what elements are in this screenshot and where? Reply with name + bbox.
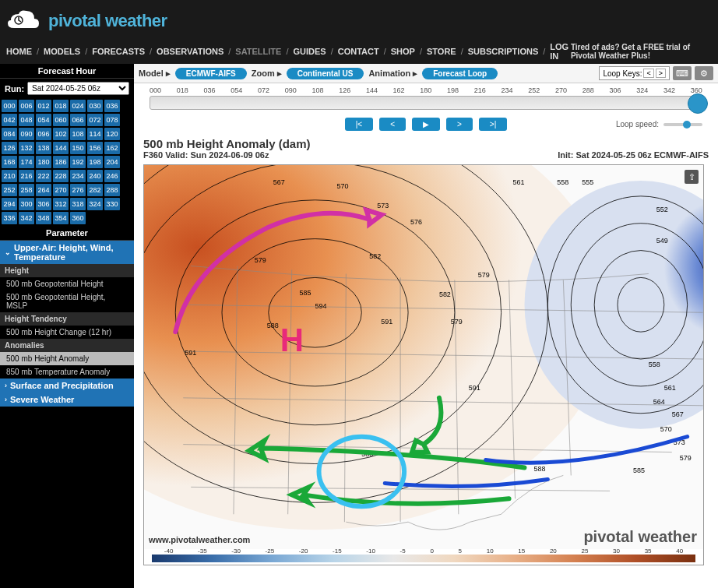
hour-120[interactable]: 120 [104,128,120,140]
hour-354[interactable]: 354 [53,212,69,224]
hour-360[interactable]: 360 [70,212,86,224]
hour-072[interactable]: 072 [87,114,103,126]
nav-satellite[interactable]: SATELLITE [235,47,281,56]
loop-key-prev[interactable]: < [643,69,653,78]
play-prev[interactable]: < [379,118,406,131]
speed-thumb[interactable] [683,121,691,129]
hour-108[interactable]: 108 [70,128,86,140]
loop-key-next[interactable]: > [656,69,666,78]
hour-204[interactable]: 204 [104,156,120,168]
hour-126[interactable]: 126 [2,142,17,154]
hour-102[interactable]: 102 [53,128,69,140]
run-select[interactable]: Sat 2024-05-25 06z [27,82,129,95]
hour-330[interactable]: 330 [104,198,120,210]
hour-084[interactable]: 084 [2,128,17,140]
hour-210[interactable]: 210 [2,170,17,182]
nav-models[interactable]: MODELS [44,47,80,56]
nav-shop[interactable]: SHOP [391,47,415,56]
nav-promo[interactable]: Tired of ads? Get a FREE trial of Pivota… [571,43,712,60]
hour-282[interactable]: 282 [87,184,103,196]
play-last[interactable]: >| [479,118,507,131]
hour-042[interactable]: 042 [2,114,17,126]
nav-store[interactable]: STORE [427,47,456,56]
hour-144[interactable]: 144 [53,142,69,154]
anim-button[interactable]: Forecast Loop [422,68,498,79]
hour-000[interactable]: 000 [2,100,17,112]
param-500-change[interactable]: 500 mb Height Change (12 hr) [0,326,134,339]
hour-312[interactable]: 312 [53,198,69,210]
hour-318[interactable]: 318 [70,198,86,210]
hour-348[interactable]: 348 [36,212,51,224]
hour-294[interactable]: 294 [2,198,17,210]
hour-156[interactable]: 156 [87,142,103,154]
hour-174[interactable]: 174 [19,156,34,168]
nav-observations[interactable]: OBSERVATIONS [157,47,223,56]
hour-336[interactable]: 336 [2,212,17,224]
hour-036[interactable]: 036 [104,100,120,112]
hour-138[interactable]: 138 [36,142,51,154]
play-next[interactable]: > [446,118,473,131]
hour-168[interactable]: 168 [2,156,17,168]
hour-228[interactable]: 228 [53,170,69,182]
param-850-temp[interactable]: 850 mb Temperature Anomaly [0,365,134,379]
hour-078[interactable]: 078 [104,114,120,126]
hour-222[interactable]: 222 [36,170,51,182]
timeline-thumb[interactable] [688,93,708,114]
hour-024[interactable]: 024 [70,100,86,112]
hour-198[interactable]: 198 [87,156,103,168]
hour-060[interactable]: 060 [53,114,69,126]
hour-258[interactable]: 258 [19,184,34,196]
share-icon[interactable]: ⇪ [685,170,699,184]
logo[interactable]: pivotal weather [3,6,718,36]
param-severe[interactable]: ›Severe Weather [0,393,134,407]
hour-180[interactable]: 180 [36,156,51,168]
hour-150[interactable]: 150 [70,142,86,154]
param-500-geo-mslp[interactable]: 500 mb Geopotential Height, MSLP [0,290,134,312]
speed-slider[interactable] [663,123,702,126]
hour-162[interactable]: 162 [104,142,120,154]
param-upper-air[interactable]: ⌄Upper-Air: Height, Wind, Temperature [0,241,134,264]
hour-066[interactable]: 066 [70,114,86,126]
hour-324[interactable]: 324 [87,198,103,210]
hour-006[interactable]: 006 [19,100,34,112]
hour-264[interactable]: 264 [36,184,51,196]
hour-192[interactable]: 192 [70,156,86,168]
hour-186[interactable]: 186 [53,156,69,168]
hour-300[interactable]: 300 [19,198,34,210]
hour-114[interactable]: 114 [87,128,103,140]
param-500-anomaly[interactable]: 500 mb Height Anomaly [0,352,134,365]
hour-090[interactable]: 090 [19,128,34,140]
hour-288[interactable]: 288 [104,184,120,196]
play-play[interactable]: ▶ [412,118,440,131]
nav-home[interactable]: HOME [6,47,32,56]
hour-018[interactable]: 018 [53,100,69,112]
timeline-bar[interactable] [150,96,702,110]
hour-012[interactable]: 012 [36,100,51,112]
hour-054[interactable]: 054 [36,114,51,126]
hour-216[interactable]: 216 [19,170,34,182]
zoom-button[interactable]: Continental US [287,68,364,79]
hour-030[interactable]: 030 [87,100,103,112]
param-surface-precip[interactable]: ›Surface and Precipitation [0,379,134,393]
nav-forecasts[interactable]: FORECASTS [92,47,145,56]
keyboard-icon[interactable]: ⌨ [673,66,692,80]
nav-guides[interactable]: GUIDES [293,47,326,56]
nav-contact[interactable]: CONTACT [338,47,379,56]
settings-icon[interactable]: ⚙ [695,66,713,80]
hour-246[interactable]: 246 [104,170,120,182]
hour-132[interactable]: 132 [19,142,34,154]
hour-096[interactable]: 096 [36,128,51,140]
play-first[interactable]: |< [345,118,373,131]
hour-240[interactable]: 240 [87,170,103,182]
nav-login[interactable]: LOG IN [550,42,571,61]
hour-306[interactable]: 306 [36,198,51,210]
hour-270[interactable]: 270 [53,184,69,196]
hour-276[interactable]: 276 [70,184,86,196]
hour-342[interactable]: 342 [19,212,34,224]
model-button[interactable]: ECMWF-AIFS [175,68,247,79]
hour-234[interactable]: 234 [70,170,86,182]
param-500-geo[interactable]: 500 mb Geopotential Height [0,277,134,290]
nav-subscriptions[interactable]: SUBSCRIPTIONS [468,47,538,56]
hour-252[interactable]: 252 [2,184,17,196]
hour-048[interactable]: 048 [19,114,34,126]
